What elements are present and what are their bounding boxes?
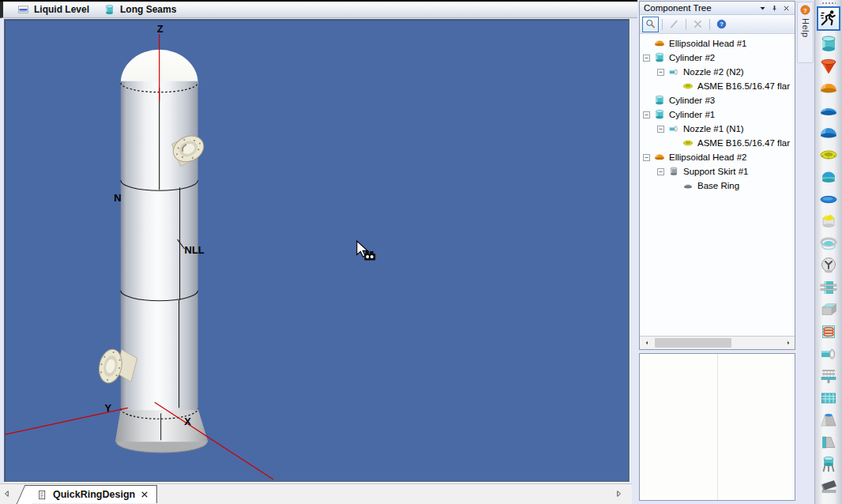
flange-icon — [682, 137, 694, 149]
flange-icon — [682, 81, 694, 92]
tab-close-button[interactable] — [141, 491, 148, 498]
panel-pin-button[interactable] — [769, 2, 780, 13]
scrollbar-thumb[interactable] — [655, 338, 731, 348]
tree-item-asme-b16-5-16-47-flar[interactable]: ASME B16.5/16.47 flar — [640, 79, 795, 93]
platform-tool-button[interactable] — [818, 365, 840, 387]
tree-expander[interactable]: − — [657, 126, 664, 133]
nozzle-tool-button[interactable] — [818, 343, 840, 365]
cylinder-icon — [653, 109, 666, 120]
tree-item-ellipsoidal-head-1[interactable]: Ellipsoidal Head #1 — [640, 36, 795, 51]
tree-item-cylinder-2[interactable]: −Cylinder #2 — [640, 51, 795, 65]
delete-button[interactable] — [690, 17, 706, 32]
prev-tab-icon — [3, 489, 11, 500]
saddle-icon — [819, 477, 838, 496]
tree-item-label: Cylinder #1 — [669, 110, 715, 119]
packing-icon — [819, 389, 838, 408]
component-tree-list: Ellipsoidal Head #1−Cylinder #2−Nozzle #… — [640, 34, 795, 336]
tree-item-nozzle-2-n2[interactable]: −Nozzle #2 (N2) — [640, 65, 795, 79]
tree-item-cylinder-3[interactable]: Cylinder #3 — [640, 93, 795, 107]
panel-close-button[interactable] — [780, 2, 792, 13]
tree-item-label: Ellipsoidal Head #2 — [669, 152, 746, 162]
legs-tool-button[interactable] — [818, 453, 840, 476]
nozzle-icon — [819, 344, 838, 363]
support-skirt — [115, 408, 209, 442]
properties-panel-empty — [639, 353, 795, 501]
scroll-right-button[interactable] — [781, 337, 795, 349]
help-tab[interactable]: ? Help — [797, 2, 814, 63]
rotate-view-cursor-icon — [357, 241, 375, 260]
tree-expander[interactable]: − — [657, 168, 664, 175]
flange-icon — [819, 145, 838, 164]
help-tab-label: Help — [801, 18, 810, 38]
tab-quickringdesign[interactable]: QuickRingDesign — [27, 485, 157, 503]
tree-item-base-ring[interactable]: Base Ring — [640, 179, 795, 193]
long-seams-icon — [103, 4, 115, 16]
ellipsoidal-head-tool-button[interactable] — [818, 77, 840, 100]
ring-tool-button[interactable] — [818, 232, 840, 254]
panel-dropdown-button[interactable] — [757, 2, 769, 13]
scroll-left-button[interactable] — [640, 337, 653, 349]
legs-icon — [819, 455, 838, 474]
component-tree-header: Component Tree — [640, 2, 795, 15]
scroll-left-icon — [644, 337, 650, 348]
cylinder-tool-button[interactable] — [818, 33, 840, 55]
search-button[interactable] — [642, 17, 659, 32]
component-tree-panel: Component Tree ? Ellipsoidal Head #1−Cyl… — [639, 1, 795, 350]
tree-expander[interactable]: − — [643, 154, 650, 161]
torispherical-head-tool-button[interactable] — [818, 100, 840, 122]
model-viewport[interactable]: Z N NLL X Y — [4, 19, 630, 482]
hemispherical-head-tool-button[interactable] — [818, 122, 840, 144]
saddle-tool-button[interactable] — [818, 476, 840, 498]
tree-item-support-skirt-1[interactable]: −Support Skirt #1 — [640, 164, 795, 179]
edit-button[interactable] — [666, 17, 682, 32]
run-analysis-tool-button[interactable] — [817, 6, 840, 31]
next-tab-button[interactable] — [611, 487, 626, 502]
hemispherical-head-icon — [819, 123, 838, 142]
liquid-level-label: Liquid Level — [34, 4, 89, 15]
flat-cover-tool-button[interactable] — [818, 188, 840, 210]
tree-horizontal-scrollbar[interactable] — [640, 336, 795, 349]
prev-tab-button[interactable] — [0, 487, 14, 502]
plate-tool-button[interactable] — [818, 299, 840, 321]
help-blue-button[interactable]: ? — [713, 17, 730, 32]
cylinder-icon — [653, 95, 666, 106]
ring-icon — [819, 234, 838, 253]
packing-tool-button[interactable] — [818, 387, 840, 409]
nozzle-icon — [667, 123, 680, 134]
lug-icon — [819, 433, 838, 452]
cone-tool-button[interactable] — [818, 55, 840, 77]
base-ring-icon — [682, 180, 694, 191]
long-seams-label: Long Seams — [120, 4, 176, 15]
tree-item-nozzle-1-n1[interactable]: −Nozzle #1 (N1) — [640, 122, 795, 136]
app-window: { "top_toolbar": { "liquid_level_label":… — [0, 0, 842, 504]
component-tree-title: Component Tree — [644, 3, 757, 13]
plate-icon — [819, 300, 838, 319]
wye-fitting-tool-button[interactable] — [818, 254, 840, 276]
liquid-level-button[interactable]: Liquid Level — [14, 2, 96, 17]
lug-tool-button[interactable] — [818, 431, 840, 453]
skirt-tool-button[interactable] — [818, 409, 840, 431]
bolted-cover-tool-button[interactable] — [818, 166, 840, 188]
coil-tool-button[interactable] — [818, 321, 840, 343]
long-seams-button[interactable]: Long Seams — [100, 2, 182, 17]
flange-tool-button[interactable] — [818, 144, 840, 166]
cylinder-icon — [653, 52, 666, 63]
run-analysis-icon — [820, 9, 837, 28]
tree-expander[interactable]: − — [643, 55, 650, 62]
tree-item-label: Cylinder #3 — [669, 96, 715, 105]
svg-text:?: ? — [720, 21, 724, 28]
tree-item-cylinder-1[interactable]: −Cylinder #1 — [640, 107, 795, 122]
coil-icon — [819, 322, 838, 341]
bolted-cover-icon — [819, 167, 838, 186]
tree-item-ellipsoidal-head-2[interactable]: −Ellipsoidal Head #2 — [640, 150, 795, 164]
tree-expander[interactable]: − — [643, 111, 650, 118]
trays-tool-button[interactable] — [818, 276, 840, 299]
tree-item-asme-b16-5-16-47-flar[interactable]: ASME B16.5/16.47 flar — [640, 136, 795, 150]
cylinder-icon — [819, 35, 838, 54]
scrollbar-track[interactable] — [653, 337, 781, 349]
tree-item-label: Nozzle #2 (N2) — [683, 67, 744, 77]
pressure-vessel-model: Z N NLL X Y — [5, 20, 629, 481]
liquid-level-tool-button[interactable] — [818, 210, 840, 232]
toolbar-grip — [821, 2, 836, 6]
tree-expander[interactable]: − — [657, 69, 664, 76]
